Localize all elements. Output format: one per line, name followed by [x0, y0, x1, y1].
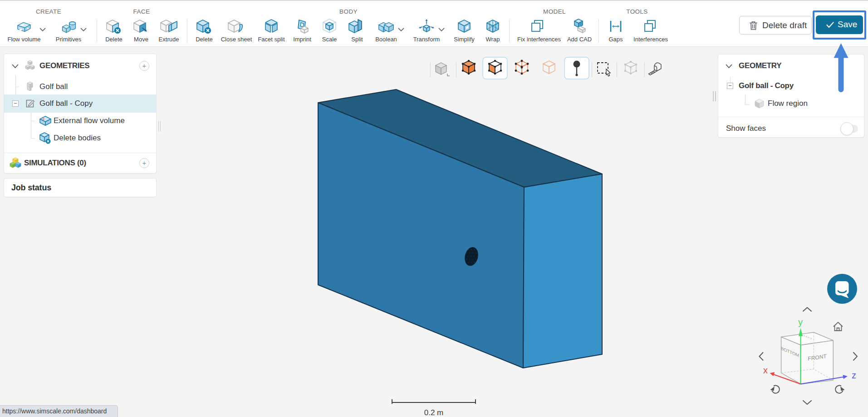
svg-text:x: x — [763, 365, 768, 375]
svg-text:0.2 m: 0.2 m — [424, 408, 444, 417]
svg-text:y: y — [798, 317, 803, 327]
svg-text:z: z — [852, 370, 856, 380]
